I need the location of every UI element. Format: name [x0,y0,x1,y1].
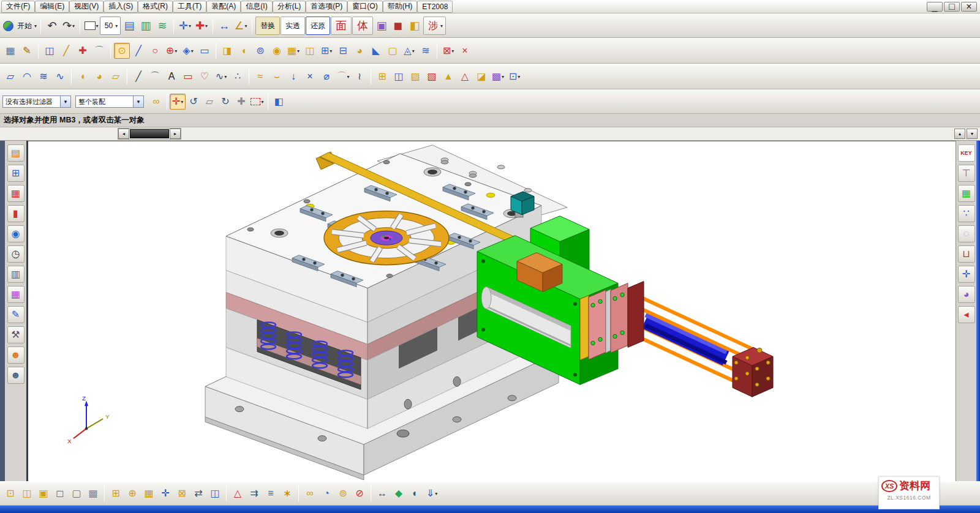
dropdown-caret[interactable]: ▾ [189,23,191,29]
replace-button[interactable]: 替换 [255,17,280,35]
dropdown-caret[interactable]: ▾ [96,23,99,29]
pattern-component-icon[interactable]: ▦ [141,485,157,501]
n-sided-surface-icon[interactable]: ◖ [75,69,91,84]
constraint-navigator-icon[interactable]: ⊞ [7,165,24,182]
menu-format[interactable]: 格式(R) [138,1,173,13]
dropdown-caret[interactable]: ▾ [181,99,183,105]
offset-face-icon[interactable]: ≋ [418,43,434,59]
menu-view[interactable]: 视图(V) [69,1,104,13]
minimize-button[interactable]: _ [927,2,943,12]
translucency-button[interactable]: 实透 [281,17,305,35]
mold-block-icon[interactable]: ▦ [958,185,975,202]
dropdown-caret[interactable]: ▾ [245,23,247,29]
roles-icon[interactable]: ☻ [7,346,24,364]
point-icon[interactable]: ✚ [75,43,91,59]
replace-component-icon[interactable]: ⇄ [190,485,206,501]
menu-assemblies[interactable]: 装配(A) [206,1,241,13]
user-settings-icon[interactable]: ☻ [7,367,24,384]
dropdown-caret[interactable]: ▾ [518,74,520,80]
profile-icon[interactable]: ♡ [197,69,213,84]
horizontal-scrollbar[interactable]: ◂ ▸ [118,128,181,140]
conic-icon[interactable]: ◈▾ [180,43,196,59]
dropdown-caret[interactable]: ▾ [435,491,437,496]
show-hide-icon[interactable]: ◐ [407,485,423,501]
ball-set-icon[interactable]: ∵ [958,205,975,222]
snap-point-icon[interactable]: ✛▾ [170,94,186,110]
relations-browser-icon[interactable]: ⊚ [335,485,351,501]
quilt-icon[interactable]: ▲ [440,69,456,84]
mirror-assembly-icon[interactable]: ◫ [207,485,223,501]
offset-curve-icon[interactable]: ≈ [252,69,268,84]
selection-scope-combo[interactable]: 整个装配 ▼ [75,95,144,108]
join-curve-icon[interactable]: ⌒▾ [335,69,351,84]
check-clearance-icon[interactable]: △ [230,485,246,501]
undo-icon[interactable]: ↶ [44,17,60,35]
tools-icon[interactable]: ⚒ [7,326,24,343]
redo-icon[interactable]: ↷▾ [61,17,77,35]
open-component-icon[interactable]: ◫ [19,485,35,501]
rotate-cw-icon[interactable]: ↻ [217,94,233,110]
line-curve-icon[interactable]: ╱ [130,69,146,84]
pattern-geometry-icon[interactable]: ⊞ [374,69,390,84]
bounded-plane-icon[interactable]: ▱ [108,69,124,84]
dropdown-caret[interactable]: ▾ [347,74,349,80]
scroll-left-button[interactable]: ◂ [118,129,129,139]
combo-arrow-icon[interactable]: ▼ [133,96,143,107]
pattern-feature-icon[interactable]: ▦▾ [285,43,301,59]
sweep-icon[interactable]: ∿ [52,69,68,84]
unite-icon[interactable]: ⊞▾ [318,43,334,59]
close-button[interactable]: × [961,2,977,12]
offset-surface-icon[interactable]: ▩▾ [490,69,506,84]
blue-cross-icon[interactable]: ✛ [958,266,975,283]
simplify-icon[interactable]: ⊡▾ [507,69,522,84]
rectangle-select-icon[interactable]: ▾ [249,94,265,110]
copy-settings-icon[interactable]: ▣ [374,17,390,35]
interpart-link-icon[interactable]: ∞ [302,485,318,501]
visualization-gauge-icon[interactable]: ▮ [7,205,24,222]
snapshot-icon[interactable]: ▢ [69,485,85,501]
chamfer-icon[interactable]: ◣ [368,43,384,59]
datum-plane-icon[interactable]: ◫ [42,43,58,59]
patch-icon[interactable]: ◪ [473,69,489,84]
body-display-button[interactable]: 体 [352,17,373,35]
rectangle-tool-icon[interactable]: ▭ [197,43,213,59]
purple-ball-icon[interactable]: ◕ [958,286,975,303]
dropdown-caret[interactable]: ▾ [205,23,208,29]
rectangle-curve-icon[interactable]: ▭ [180,69,196,84]
flat-shade-icon[interactable]: ▱ [202,94,217,110]
dropdown-caret[interactable]: ▾ [330,48,332,54]
interpart-rings-icon[interactable]: ∞ [148,94,164,110]
move-component-icon[interactable]: ✛ [157,485,173,501]
mirror-geometry-icon[interactable]: ◫ [391,69,407,84]
menu-help[interactable]: 帮助(H) [383,1,418,13]
model-canvas[interactable]: Z Y X [28,141,956,481]
circle-icon[interactable]: ○ [147,43,163,59]
color-swatch-button[interactable]: ▾ [83,17,99,35]
menu-window[interactable]: 窗口(O) [347,1,382,13]
component-filter-icon[interactable]: ⊡ [2,485,18,501]
hole-icon[interactable]: ⊚ [252,43,268,59]
point-constructor-icon[interactable]: ✚▾ [194,17,209,35]
new-component-icon[interactable]: ⊕ [124,485,140,501]
section-curve-icon[interactable]: ⌀ [318,69,334,84]
system-materials-icon[interactable]: ▥ [7,266,24,283]
edge-blend-icon[interactable]: ◕ [352,43,368,59]
wave-link-icon[interactable]: ⊙ [114,43,130,59]
exploded-views-icon[interactable]: ∗ [279,485,295,501]
menu-tools[interactable]: 工具(T) [173,1,206,13]
material-assign-icon[interactable]: ◆ [391,485,407,501]
project-curve-icon[interactable]: ↓ [285,69,301,84]
mirror-feature-icon[interactable]: ◫ [302,43,318,59]
add-component-icon[interactable]: ⊞ [108,485,124,501]
orient-view-icon[interactable]: ✛▾ [177,17,193,35]
graphics-viewport[interactable]: Z Y X [28,141,956,481]
intersection-curve-icon[interactable]: × [302,69,318,84]
menu-analysis[interactable]: 分析(L) [273,1,306,13]
arrangements-icon[interactable]: ≡ [263,485,279,501]
four-point-surface-icon[interactable]: ▱ [2,69,18,84]
combo-arrow-icon[interactable]: ▼ [60,96,70,107]
menu-file[interactable]: 文件(F) [1,1,35,13]
dropdown-caret[interactable]: ▾ [224,74,227,80]
helix-icon[interactable]: ≀ [352,69,368,84]
red-arrow-icon[interactable]: ◂ [958,306,975,323]
